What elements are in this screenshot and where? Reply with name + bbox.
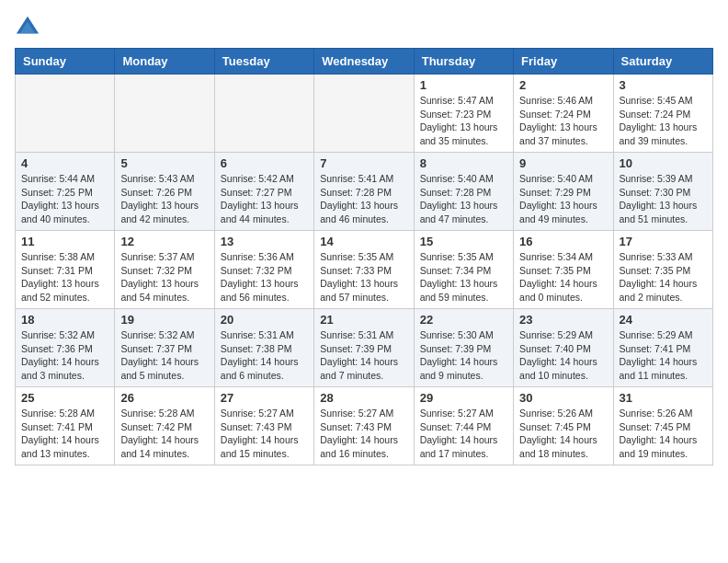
day-number: 25 — [21, 391, 108, 405]
day-number: 16 — [519, 235, 607, 248]
day-number: 9 — [519, 156, 607, 170]
calendar-cell: 11Sunrise: 5:38 AMSunset: 7:31 PMDayligh… — [16, 231, 115, 309]
calendar-cell: 5Sunrise: 5:43 AMSunset: 7:26 PMDaylight… — [115, 153, 214, 231]
calendar-table: SundayMondayTuesdayWednesdayThursdayFrid… — [15, 48, 713, 465]
cell-info: Sunrise: 5:27 AMSunset: 7:43 PMDaylight:… — [221, 407, 308, 461]
calendar-cell: 2Sunrise: 5:46 AMSunset: 7:24 PMDaylight… — [514, 75, 613, 153]
weekday-header-saturday: Saturday — [613, 49, 712, 75]
day-number: 14 — [320, 235, 407, 248]
day-number: 10 — [620, 156, 707, 170]
weekday-header-friday: Friday — [514, 49, 613, 75]
weekday-header-sunday: Sunday — [16, 49, 115, 75]
calendar-cell: 30Sunrise: 5:26 AMSunset: 7:45 PMDayligh… — [514, 387, 613, 465]
page-header — [15, 15, 713, 40]
day-number: 31 — [620, 391, 707, 405]
day-number: 24 — [620, 313, 707, 327]
cell-info: Sunrise: 5:29 AMSunset: 7:40 PMDaylight:… — [519, 328, 607, 383]
day-number: 30 — [519, 391, 607, 405]
calendar-cell — [314, 75, 414, 153]
calendar-header-row: SundayMondayTuesdayWednesdayThursdayFrid… — [16, 49, 713, 75]
calendar-cell: 23Sunrise: 5:29 AMSunset: 7:40 PMDayligh… — [514, 309, 613, 387]
cell-info: Sunrise: 5:36 AMSunset: 7:32 PMDaylight:… — [221, 250, 308, 304]
day-number: 13 — [221, 235, 308, 248]
day-number: 12 — [120, 235, 208, 248]
cell-info: Sunrise: 5:44 AMSunset: 7:25 PMDaylight:… — [21, 172, 108, 226]
weekday-header-tuesday: Tuesday — [214, 49, 313, 75]
cell-info: Sunrise: 5:38 AMSunset: 7:31 PMDaylight:… — [21, 250, 108, 304]
cell-info: Sunrise: 5:32 AMSunset: 7:36 PMDaylight:… — [21, 328, 108, 383]
logo — [15, 15, 44, 40]
cell-info: Sunrise: 5:47 AMSunset: 7:23 PMDaylight:… — [420, 94, 507, 148]
calendar-cell: 6Sunrise: 5:42 AMSunset: 7:27 PMDaylight… — [214, 153, 313, 231]
cell-info: Sunrise: 5:35 AMSunset: 7:34 PMDaylight:… — [420, 250, 507, 304]
cell-info: Sunrise: 5:28 AMSunset: 7:41 PMDaylight:… — [21, 407, 108, 461]
calendar-cell: 21Sunrise: 5:31 AMSunset: 7:39 PMDayligh… — [314, 309, 414, 387]
calendar-cell: 24Sunrise: 5:29 AMSunset: 7:41 PMDayligh… — [613, 309, 712, 387]
calendar-cell: 28Sunrise: 5:27 AMSunset: 7:43 PMDayligh… — [314, 387, 414, 465]
cell-info: Sunrise: 5:42 AMSunset: 7:27 PMDaylight:… — [221, 172, 308, 226]
calendar-cell: 26Sunrise: 5:28 AMSunset: 7:42 PMDayligh… — [115, 387, 214, 465]
cell-info: Sunrise: 5:46 AMSunset: 7:24 PMDaylight:… — [519, 94, 607, 148]
day-number: 21 — [320, 313, 407, 327]
calendar-cell: 9Sunrise: 5:40 AMSunset: 7:29 PMDaylight… — [514, 153, 613, 231]
day-number: 18 — [21, 313, 108, 327]
cell-info: Sunrise: 5:28 AMSunset: 7:42 PMDaylight:… — [120, 407, 208, 461]
cell-info: Sunrise: 5:37 AMSunset: 7:32 PMDaylight:… — [120, 250, 208, 304]
calendar-cell: 22Sunrise: 5:30 AMSunset: 7:39 PMDayligh… — [414, 309, 513, 387]
calendar-cell: 19Sunrise: 5:32 AMSunset: 7:37 PMDayligh… — [115, 309, 214, 387]
day-number: 22 — [420, 313, 507, 327]
cell-info: Sunrise: 5:39 AMSunset: 7:30 PMDaylight:… — [620, 172, 707, 226]
cell-info: Sunrise: 5:27 AMSunset: 7:43 PMDaylight:… — [320, 407, 407, 461]
day-number: 19 — [120, 313, 208, 327]
calendar-cell: 4Sunrise: 5:44 AMSunset: 7:25 PMDaylight… — [16, 153, 115, 231]
day-number: 28 — [320, 391, 407, 405]
cell-info: Sunrise: 5:32 AMSunset: 7:37 PMDaylight:… — [120, 328, 208, 383]
calendar-cell: 17Sunrise: 5:33 AMSunset: 7:35 PMDayligh… — [613, 231, 712, 309]
calendar-week-row: 1Sunrise: 5:47 AMSunset: 7:23 PMDaylight… — [16, 75, 713, 153]
calendar-cell: 27Sunrise: 5:27 AMSunset: 7:43 PMDayligh… — [214, 387, 313, 465]
calendar-cell: 18Sunrise: 5:32 AMSunset: 7:36 PMDayligh… — [16, 309, 115, 387]
cell-info: Sunrise: 5:31 AMSunset: 7:38 PMDaylight:… — [221, 328, 308, 383]
calendar-cell: 7Sunrise: 5:41 AMSunset: 7:28 PMDaylight… — [314, 153, 414, 231]
day-number: 29 — [420, 391, 507, 405]
cell-info: Sunrise: 5:43 AMSunset: 7:26 PMDaylight:… — [120, 172, 208, 226]
weekday-header-wednesday: Wednesday — [314, 49, 414, 75]
cell-info: Sunrise: 5:41 AMSunset: 7:28 PMDaylight:… — [320, 172, 407, 226]
cell-info: Sunrise: 5:27 AMSunset: 7:44 PMDaylight:… — [420, 407, 507, 461]
cell-info: Sunrise: 5:29 AMSunset: 7:41 PMDaylight:… — [620, 328, 707, 383]
calendar-cell — [115, 75, 214, 153]
cell-info: Sunrise: 5:45 AMSunset: 7:24 PMDaylight:… — [620, 94, 707, 148]
weekday-header-monday: Monday — [115, 49, 214, 75]
cell-info: Sunrise: 5:35 AMSunset: 7:33 PMDaylight:… — [320, 250, 407, 304]
cell-info: Sunrise: 5:31 AMSunset: 7:39 PMDaylight:… — [320, 328, 407, 383]
cell-info: Sunrise: 5:30 AMSunset: 7:39 PMDaylight:… — [420, 328, 507, 383]
calendar-week-row: 11Sunrise: 5:38 AMSunset: 7:31 PMDayligh… — [16, 231, 713, 309]
weekday-header-thursday: Thursday — [414, 49, 513, 75]
day-number: 3 — [620, 78, 707, 92]
calendar-cell — [16, 75, 115, 153]
calendar-cell: 15Sunrise: 5:35 AMSunset: 7:34 PMDayligh… — [414, 231, 513, 309]
cell-info: Sunrise: 5:34 AMSunset: 7:35 PMDaylight:… — [519, 250, 607, 304]
calendar-cell: 1Sunrise: 5:47 AMSunset: 7:23 PMDaylight… — [414, 75, 513, 153]
day-number: 1 — [420, 78, 507, 92]
day-number: 4 — [21, 156, 108, 170]
calendar-cell: 8Sunrise: 5:40 AMSunset: 7:28 PMDaylight… — [414, 153, 513, 231]
day-number: 6 — [221, 156, 308, 170]
calendar-week-row: 18Sunrise: 5:32 AMSunset: 7:36 PMDayligh… — [16, 309, 713, 387]
calendar-cell: 12Sunrise: 5:37 AMSunset: 7:32 PMDayligh… — [115, 231, 214, 309]
cell-info: Sunrise: 5:26 AMSunset: 7:45 PMDaylight:… — [620, 407, 707, 461]
calendar-cell: 25Sunrise: 5:28 AMSunset: 7:41 PMDayligh… — [16, 387, 115, 465]
calendar-week-row: 25Sunrise: 5:28 AMSunset: 7:41 PMDayligh… — [16, 387, 713, 465]
cell-info: Sunrise: 5:40 AMSunset: 7:29 PMDaylight:… — [519, 172, 607, 226]
calendar-cell: 3Sunrise: 5:45 AMSunset: 7:24 PMDaylight… — [613, 75, 712, 153]
day-number: 20 — [221, 313, 308, 327]
day-number: 8 — [420, 156, 507, 170]
day-number: 7 — [320, 156, 407, 170]
day-number: 15 — [420, 235, 507, 248]
day-number: 11 — [21, 235, 108, 248]
day-number: 26 — [120, 391, 208, 405]
day-number: 23 — [519, 313, 607, 327]
day-number: 5 — [120, 156, 208, 170]
calendar-cell: 10Sunrise: 5:39 AMSunset: 7:30 PMDayligh… — [613, 153, 712, 231]
calendar-cell: 31Sunrise: 5:26 AMSunset: 7:45 PMDayligh… — [613, 387, 712, 465]
